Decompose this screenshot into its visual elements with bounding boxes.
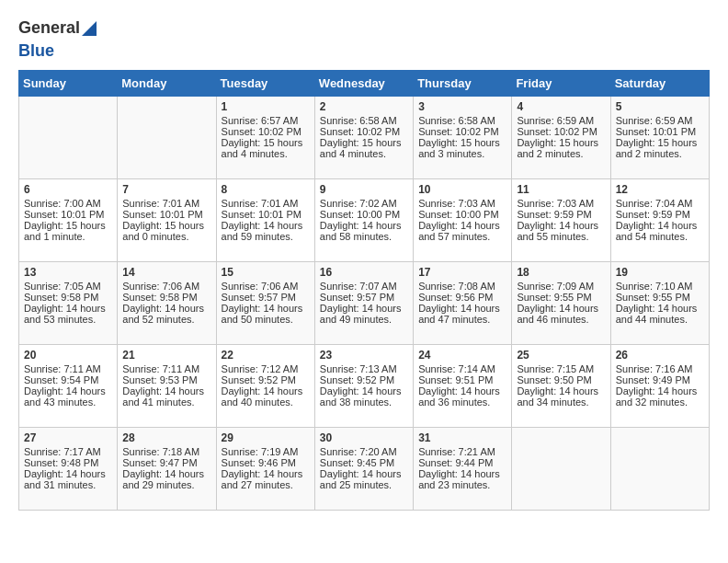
day-info: and 53 minutes.: [24, 314, 112, 325]
day-info: Daylight: 14 hours: [320, 468, 408, 479]
day-info: Daylight: 15 hours: [517, 137, 605, 148]
calendar-body: 1Sunrise: 6:57 AMSunset: 10:02 PMDayligh…: [19, 97, 710, 511]
day-info: and 29 minutes.: [122, 479, 210, 490]
calendar-cell: 28Sunrise: 7:18 AMSunset: 9:47 PMDayligh…: [118, 428, 216, 511]
week-row-1: 1Sunrise: 6:57 AMSunset: 10:02 PMDayligh…: [19, 97, 710, 179]
day-info: Sunset: 9:53 PM: [122, 374, 210, 385]
day-info: Sunrise: 7:01 AM: [222, 198, 310, 209]
day-info: Daylight: 14 hours: [320, 303, 408, 314]
logo-general-text: General: [18, 18, 80, 38]
day-info: Sunset: 10:01 PM: [616, 126, 704, 137]
day-info: Daylight: 14 hours: [517, 385, 605, 396]
day-number: 25: [517, 349, 605, 362]
day-number: 1: [222, 100, 310, 113]
day-info: Sunrise: 7:02 AM: [320, 198, 408, 209]
day-info: Daylight: 14 hours: [24, 303, 112, 314]
calendar-cell: [118, 97, 216, 179]
day-info: and 23 minutes.: [418, 479, 506, 490]
day-info: and 40 minutes.: [222, 396, 310, 408]
calendar-cell: 7Sunrise: 7:01 AMSunset: 10:01 PMDayligh…: [118, 179, 216, 262]
day-info: Sunrise: 7:01 AM: [122, 198, 210, 209]
day-info: Daylight: 14 hours: [616, 303, 704, 314]
day-info: Sunrise: 7:21 AM: [418, 446, 506, 457]
day-info: Daylight: 14 hours: [222, 385, 310, 396]
day-info: and 36 minutes.: [418, 396, 506, 408]
day-info: Sunset: 10:02 PM: [320, 126, 408, 137]
day-info: and 4 minutes.: [222, 148, 310, 159]
calendar-cell: 12Sunrise: 7:04 AMSunset: 9:59 PMDayligh…: [610, 179, 709, 262]
day-info: Sunrise: 7:17 AM: [24, 446, 112, 457]
day-info: Sunset: 10:01 PM: [122, 209, 210, 220]
day-info: Sunset: 10:02 PM: [418, 126, 506, 137]
svg-marker-0: [82, 21, 97, 36]
calendar-cell: [512, 428, 610, 511]
day-info: and 59 minutes.: [222, 231, 310, 242]
calendar-cell: 31Sunrise: 7:21 AMSunset: 9:44 PMDayligh…: [414, 428, 512, 511]
calendar-cell: 16Sunrise: 7:07 AMSunset: 9:57 PMDayligh…: [314, 262, 413, 345]
day-number: 18: [517, 266, 605, 279]
day-info: Sunrise: 7:16 AM: [616, 363, 704, 374]
day-info: and 38 minutes.: [320, 396, 408, 408]
day-info: Sunset: 10:00 PM: [418, 209, 506, 220]
weekday-header-tuesday: Tuesday: [216, 71, 314, 97]
day-info: Daylight: 14 hours: [222, 220, 310, 231]
day-info: and 55 minutes.: [517, 231, 605, 242]
calendar-cell: 6Sunrise: 7:00 AMSunset: 10:01 PMDayligh…: [19, 179, 118, 262]
day-info: and 47 minutes.: [418, 314, 506, 325]
day-info: Sunset: 9:51 PM: [418, 374, 506, 385]
day-info: Sunset: 10:02 PM: [517, 126, 605, 137]
day-info: and 2 minutes.: [616, 148, 704, 159]
day-info: Daylight: 14 hours: [122, 385, 210, 396]
day-number: 24: [418, 349, 506, 362]
calendar-cell: 3Sunrise: 6:58 AMSunset: 10:02 PMDayligh…: [414, 97, 512, 179]
day-number: 16: [320, 266, 408, 279]
day-number: 12: [616, 183, 704, 196]
day-number: 8: [222, 183, 310, 196]
week-row-4: 20Sunrise: 7:11 AMSunset: 9:54 PMDayligh…: [19, 345, 710, 428]
day-info: Sunrise: 7:14 AM: [418, 363, 506, 374]
day-info: Sunset: 10:00 PM: [320, 209, 408, 220]
calendar-cell: 30Sunrise: 7:20 AMSunset: 9:45 PMDayligh…: [314, 428, 413, 511]
day-info: Sunset: 9:52 PM: [222, 374, 310, 385]
day-info: and 27 minutes.: [222, 479, 310, 490]
day-info: and 49 minutes.: [320, 314, 408, 325]
day-info: Sunrise: 7:06 AM: [122, 281, 210, 292]
logo-blue-text: Blue: [18, 41, 54, 61]
day-number: 3: [418, 100, 506, 113]
day-number: 6: [24, 183, 112, 196]
day-info: Sunrise: 7:07 AM: [320, 281, 408, 292]
day-info: Sunrise: 7:11 AM: [122, 363, 210, 374]
day-info: Sunrise: 6:58 AM: [320, 115, 408, 126]
day-info: Daylight: 14 hours: [616, 385, 704, 396]
day-info: and 25 minutes.: [320, 479, 408, 490]
calendar-cell: 15Sunrise: 7:06 AMSunset: 9:57 PMDayligh…: [216, 262, 314, 345]
calendar-cell: 23Sunrise: 7:13 AMSunset: 9:52 PMDayligh…: [314, 345, 413, 428]
day-number: 27: [24, 431, 112, 444]
logo-triangle-icon: [80, 19, 98, 38]
day-number: 29: [222, 431, 310, 444]
day-info: Sunrise: 7:19 AM: [222, 446, 310, 457]
calendar-cell: 20Sunrise: 7:11 AMSunset: 9:54 PMDayligh…: [19, 345, 118, 428]
calendar-cell: 1Sunrise: 6:57 AMSunset: 10:02 PMDayligh…: [216, 97, 314, 179]
day-number: 14: [122, 266, 210, 279]
day-info: Sunrise: 7:10 AM: [616, 281, 704, 292]
day-number: 26: [616, 349, 704, 362]
day-info: Sunset: 10:01 PM: [24, 209, 112, 220]
calendar-cell: 26Sunrise: 7:16 AMSunset: 9:49 PMDayligh…: [610, 345, 709, 428]
calendar-cell: 22Sunrise: 7:12 AMSunset: 9:52 PMDayligh…: [216, 345, 314, 428]
calendar-cell: 18Sunrise: 7:09 AMSunset: 9:55 PMDayligh…: [512, 262, 610, 345]
day-info: Sunset: 9:55 PM: [517, 292, 605, 303]
week-row-2: 6Sunrise: 7:00 AMSunset: 10:01 PMDayligh…: [19, 179, 710, 262]
day-info: and 44 minutes.: [616, 314, 704, 325]
day-info: Sunrise: 7:15 AM: [517, 363, 605, 374]
day-info: Daylight: 15 hours: [122, 220, 210, 231]
weekday-header-friday: Friday: [512, 71, 610, 97]
day-number: 20: [24, 349, 112, 362]
calendar-cell: 10Sunrise: 7:03 AMSunset: 10:00 PMDaylig…: [414, 179, 512, 262]
calendar-cell: 24Sunrise: 7:14 AMSunset: 9:51 PMDayligh…: [414, 345, 512, 428]
day-info: Daylight: 14 hours: [616, 220, 704, 231]
day-number: 11: [517, 183, 605, 196]
day-number: 22: [222, 349, 310, 362]
day-info: Sunrise: 7:18 AM: [122, 446, 210, 457]
day-info: Sunset: 9:50 PM: [517, 374, 605, 385]
